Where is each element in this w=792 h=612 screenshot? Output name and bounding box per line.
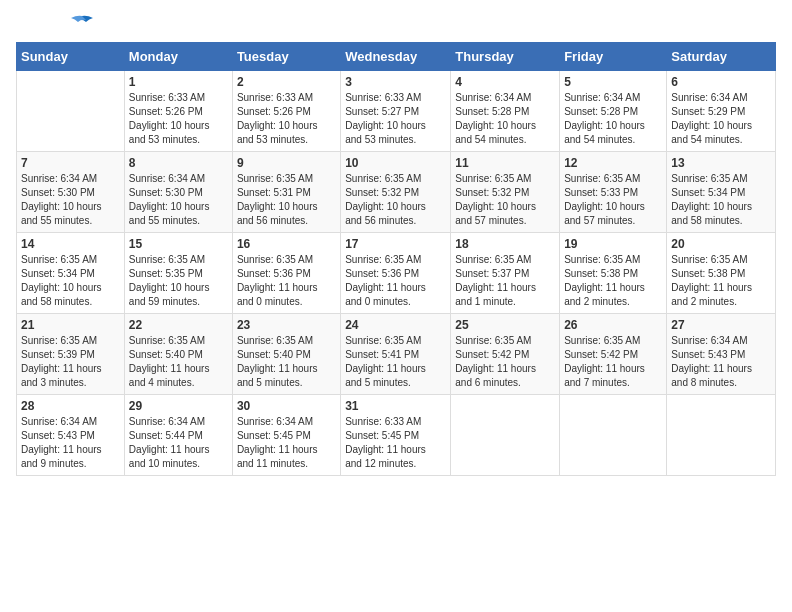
- day-info: Sunrise: 6:35 AM Sunset: 5:34 PM Dayligh…: [21, 253, 120, 309]
- day-info: Sunrise: 6:34 AM Sunset: 5:28 PM Dayligh…: [455, 91, 555, 147]
- day-info: Sunrise: 6:33 AM Sunset: 5:27 PM Dayligh…: [345, 91, 446, 147]
- day-info: Sunrise: 6:35 AM Sunset: 5:32 PM Dayligh…: [345, 172, 446, 228]
- weekday-header: Monday: [124, 43, 232, 71]
- calendar-cell: 25Sunrise: 6:35 AM Sunset: 5:42 PM Dayli…: [451, 314, 560, 395]
- day-info: Sunrise: 6:35 AM Sunset: 5:33 PM Dayligh…: [564, 172, 662, 228]
- calendar-cell: [667, 395, 776, 476]
- day-number: 16: [237, 237, 336, 251]
- day-info: Sunrise: 6:35 AM Sunset: 5:35 PM Dayligh…: [129, 253, 228, 309]
- day-number: 8: [129, 156, 228, 170]
- day-info: Sunrise: 6:35 AM Sunset: 5:36 PM Dayligh…: [237, 253, 336, 309]
- calendar-cell: 2Sunrise: 6:33 AM Sunset: 5:26 PM Daylig…: [232, 71, 340, 152]
- calendar-week-row: 1Sunrise: 6:33 AM Sunset: 5:26 PM Daylig…: [17, 71, 776, 152]
- day-number: 29: [129, 399, 228, 413]
- calendar-cell: 6Sunrise: 6:34 AM Sunset: 5:29 PM Daylig…: [667, 71, 776, 152]
- calendar-cell: [17, 71, 125, 152]
- day-number: 7: [21, 156, 120, 170]
- day-number: 17: [345, 237, 446, 251]
- logo-bird-icon: [68, 12, 96, 30]
- calendar-cell: 18Sunrise: 6:35 AM Sunset: 5:37 PM Dayli…: [451, 233, 560, 314]
- calendar-cell: 27Sunrise: 6:34 AM Sunset: 5:43 PM Dayli…: [667, 314, 776, 395]
- calendar-cell: 10Sunrise: 6:35 AM Sunset: 5:32 PM Dayli…: [341, 152, 451, 233]
- day-info: Sunrise: 6:34 AM Sunset: 5:29 PM Dayligh…: [671, 91, 771, 147]
- day-number: 15: [129, 237, 228, 251]
- calendar-cell: 24Sunrise: 6:35 AM Sunset: 5:41 PM Dayli…: [341, 314, 451, 395]
- day-info: Sunrise: 6:34 AM Sunset: 5:30 PM Dayligh…: [129, 172, 228, 228]
- day-info: Sunrise: 6:35 AM Sunset: 5:38 PM Dayligh…: [671, 253, 771, 309]
- weekday-header: Saturday: [667, 43, 776, 71]
- calendar-cell: [451, 395, 560, 476]
- day-number: 10: [345, 156, 446, 170]
- header-row: SundayMondayTuesdayWednesdayThursdayFrid…: [17, 43, 776, 71]
- day-info: Sunrise: 6:34 AM Sunset: 5:44 PM Dayligh…: [129, 415, 228, 471]
- day-number: 23: [237, 318, 336, 332]
- calendar-week-row: 14Sunrise: 6:35 AM Sunset: 5:34 PM Dayli…: [17, 233, 776, 314]
- day-info: Sunrise: 6:35 AM Sunset: 5:42 PM Dayligh…: [455, 334, 555, 390]
- weekday-header: Sunday: [17, 43, 125, 71]
- day-info: Sunrise: 6:34 AM Sunset: 5:28 PM Dayligh…: [564, 91, 662, 147]
- calendar-week-row: 21Sunrise: 6:35 AM Sunset: 5:39 PM Dayli…: [17, 314, 776, 395]
- calendar-cell: 1Sunrise: 6:33 AM Sunset: 5:26 PM Daylig…: [124, 71, 232, 152]
- day-number: 14: [21, 237, 120, 251]
- day-number: 22: [129, 318, 228, 332]
- calendar-cell: 14Sunrise: 6:35 AM Sunset: 5:34 PM Dayli…: [17, 233, 125, 314]
- day-number: 11: [455, 156, 555, 170]
- day-info: Sunrise: 6:33 AM Sunset: 5:26 PM Dayligh…: [129, 91, 228, 147]
- calendar-week-row: 7Sunrise: 6:34 AM Sunset: 5:30 PM Daylig…: [17, 152, 776, 233]
- day-info: Sunrise: 6:35 AM Sunset: 5:37 PM Dayligh…: [455, 253, 555, 309]
- day-info: Sunrise: 6:35 AM Sunset: 5:31 PM Dayligh…: [237, 172, 336, 228]
- day-number: 5: [564, 75, 662, 89]
- calendar-cell: 8Sunrise: 6:34 AM Sunset: 5:30 PM Daylig…: [124, 152, 232, 233]
- day-info: Sunrise: 6:35 AM Sunset: 5:42 PM Dayligh…: [564, 334, 662, 390]
- day-number: 31: [345, 399, 446, 413]
- day-number: 28: [21, 399, 120, 413]
- calendar-cell: 28Sunrise: 6:34 AM Sunset: 5:43 PM Dayli…: [17, 395, 125, 476]
- weekday-header: Friday: [560, 43, 667, 71]
- day-number: 18: [455, 237, 555, 251]
- day-info: Sunrise: 6:35 AM Sunset: 5:38 PM Dayligh…: [564, 253, 662, 309]
- day-info: Sunrise: 6:33 AM Sunset: 5:26 PM Dayligh…: [237, 91, 336, 147]
- calendar-cell: 29Sunrise: 6:34 AM Sunset: 5:44 PM Dayli…: [124, 395, 232, 476]
- weekday-header: Tuesday: [232, 43, 340, 71]
- day-number: 27: [671, 318, 771, 332]
- day-info: Sunrise: 6:35 AM Sunset: 5:32 PM Dayligh…: [455, 172, 555, 228]
- calendar-cell: 3Sunrise: 6:33 AM Sunset: 5:27 PM Daylig…: [341, 71, 451, 152]
- calendar-cell: 13Sunrise: 6:35 AM Sunset: 5:34 PM Dayli…: [667, 152, 776, 233]
- day-number: 6: [671, 75, 771, 89]
- calendar-cell: 22Sunrise: 6:35 AM Sunset: 5:40 PM Dayli…: [124, 314, 232, 395]
- day-number: 4: [455, 75, 555, 89]
- day-number: 24: [345, 318, 446, 332]
- day-number: 21: [21, 318, 120, 332]
- calendar-cell: 12Sunrise: 6:35 AM Sunset: 5:33 PM Dayli…: [560, 152, 667, 233]
- logo: [16, 16, 96, 30]
- day-number: 2: [237, 75, 336, 89]
- calendar-week-row: 28Sunrise: 6:34 AM Sunset: 5:43 PM Dayli…: [17, 395, 776, 476]
- day-number: 19: [564, 237, 662, 251]
- weekday-header: Thursday: [451, 43, 560, 71]
- day-info: Sunrise: 6:34 AM Sunset: 5:45 PM Dayligh…: [237, 415, 336, 471]
- calendar-cell: 31Sunrise: 6:33 AM Sunset: 5:45 PM Dayli…: [341, 395, 451, 476]
- calendar-cell: 16Sunrise: 6:35 AM Sunset: 5:36 PM Dayli…: [232, 233, 340, 314]
- day-info: Sunrise: 6:34 AM Sunset: 5:43 PM Dayligh…: [21, 415, 120, 471]
- calendar-cell: [560, 395, 667, 476]
- day-info: Sunrise: 6:35 AM Sunset: 5:36 PM Dayligh…: [345, 253, 446, 309]
- calendar-cell: 26Sunrise: 6:35 AM Sunset: 5:42 PM Dayli…: [560, 314, 667, 395]
- day-number: 30: [237, 399, 336, 413]
- day-info: Sunrise: 6:33 AM Sunset: 5:45 PM Dayligh…: [345, 415, 446, 471]
- calendar-cell: 21Sunrise: 6:35 AM Sunset: 5:39 PM Dayli…: [17, 314, 125, 395]
- weekday-header: Wednesday: [341, 43, 451, 71]
- day-number: 9: [237, 156, 336, 170]
- calendar-cell: 30Sunrise: 6:34 AM Sunset: 5:45 PM Dayli…: [232, 395, 340, 476]
- day-number: 3: [345, 75, 446, 89]
- calendar-cell: 11Sunrise: 6:35 AM Sunset: 5:32 PM Dayli…: [451, 152, 560, 233]
- day-info: Sunrise: 6:34 AM Sunset: 5:30 PM Dayligh…: [21, 172, 120, 228]
- day-info: Sunrise: 6:35 AM Sunset: 5:41 PM Dayligh…: [345, 334, 446, 390]
- calendar-cell: 23Sunrise: 6:35 AM Sunset: 5:40 PM Dayli…: [232, 314, 340, 395]
- day-info: Sunrise: 6:35 AM Sunset: 5:40 PM Dayligh…: [129, 334, 228, 390]
- day-info: Sunrise: 6:35 AM Sunset: 5:34 PM Dayligh…: [671, 172, 771, 228]
- calendar-table: SundayMondayTuesdayWednesdayThursdayFrid…: [16, 42, 776, 476]
- day-number: 26: [564, 318, 662, 332]
- calendar-cell: 15Sunrise: 6:35 AM Sunset: 5:35 PM Dayli…: [124, 233, 232, 314]
- page-header: [16, 16, 776, 30]
- calendar-cell: 9Sunrise: 6:35 AM Sunset: 5:31 PM Daylig…: [232, 152, 340, 233]
